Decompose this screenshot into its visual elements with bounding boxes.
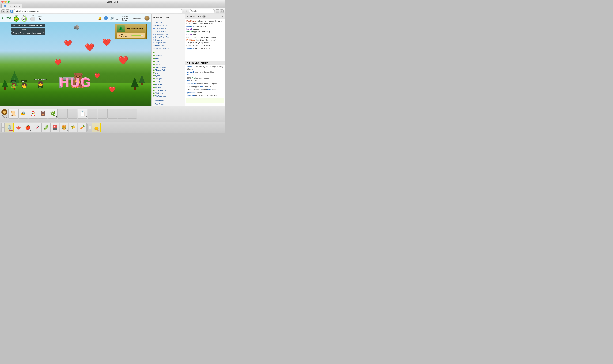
- inv-slot-9[interactable]: [98, 109, 107, 118]
- sidebar-item-seniortester[interactable]: ❊ Senior Testers: [152, 44, 185, 47]
- inv-slot2-3[interactable]: 🥢: [32, 123, 41, 132]
- sound-button[interactable]: 🔊: [110, 16, 114, 20]
- inv-slot2-5[interactable]: 🎴 7: [51, 123, 59, 132]
- reload-button[interactable]: ↻: [185, 10, 188, 13]
- sidebar-item-eric[interactable]: eric: [152, 71, 185, 74]
- tab-close-icon[interactable]: ✕: [18, 5, 20, 8]
- inv-slot2-8[interactable]: 🥕: [78, 123, 87, 132]
- sidebar: ★ ★ Global Chat ? Live Help ❊ 3rd-Party …: [152, 14, 185, 106]
- inv-slot-10[interactable]: [107, 109, 117, 118]
- sidebar-divider-3: [152, 98, 185, 98]
- address-input[interactable]: [14, 9, 182, 13]
- sidebar-item-katlazam[interactable]: katlazam: [152, 83, 185, 86]
- global-chat-collapse-icon[interactable]: ▼: [187, 15, 189, 18]
- remove-inventory-button[interactable]: ✕: [89, 126, 91, 129]
- game-viewport[interactable]: Glitch Mood 😊 Energy 138 XP —: [0, 14, 152, 106]
- sidebar-item-eggyscramble[interactable]: Eggy Scramble: [152, 66, 185, 69]
- forward-button[interactable]: ▶: [6, 9, 9, 13]
- sidebar-item-kidsojo[interactable]: kidsojo: [152, 86, 185, 89]
- bookmark-icon[interactable]: ☆: [182, 10, 184, 13]
- home-button[interactable]: ⌂: [216, 9, 219, 13]
- sidebar-item-3rdparty[interactable]: ❊ 3rd-Party Scrip...: [152, 24, 185, 27]
- help-button[interactable]: ?: [104, 16, 108, 20]
- inv-slot2-1[interactable]: 🫖: [14, 123, 23, 132]
- minimize-button[interactable]: [4, 1, 7, 3]
- online-dot: [153, 61, 155, 62]
- sidebar-item-martlume[interactable]: Mart Lume: [152, 91, 185, 94]
- xp-indicator: —: [30, 17, 35, 21]
- inv-slot-7[interactable]: 📋 7: [78, 109, 87, 118]
- add-inventory-button[interactable]: +: [1, 123, 5, 132]
- sidebar-item-glitchstrategy[interactable]: ❊ Glitch Strategy: [152, 30, 185, 33]
- hud-stats: Mood 😊 Energy 138 XP — Level: [14, 14, 42, 22]
- inv-slot-1[interactable]: 🐝: [18, 109, 28, 118]
- local-chat-input-area: [185, 98, 225, 104]
- extensions-button[interactable]: ⚙: [220, 9, 224, 13]
- active-tab[interactable]: G Game | Glitch ✕: [1, 4, 22, 8]
- sidebar-item-misadventure[interactable]: MisAdventure: [152, 94, 185, 97]
- sidebar-item-lordbacon[interactable]: Lord Bacon-o: [152, 89, 185, 91]
- heart-3: ❤️: [102, 38, 111, 46]
- heart-1: ❤️: [64, 40, 72, 47]
- inv-slot2-6[interactable]: 🍔 8: [60, 123, 68, 132]
- back-button[interactable]: ◀: [1, 9, 5, 13]
- inv-slot2-4[interactable]: 🫛 6: [41, 123, 50, 132]
- chat-msg-2: Laurali haha odn: [186, 28, 224, 30]
- inv-bag-slot[interactable]: 👝 0/10: [92, 123, 101, 132]
- chat-panel: ▼ Global Chat 34 ✕ Don Draper ive been e…: [185, 14, 225, 106]
- add-friends-button[interactable]: + Add Friends: [152, 99, 185, 102]
- inv-slot-2[interactable]: 🎅: [28, 109, 38, 118]
- inv-slot-12[interactable]: [127, 109, 137, 118]
- inv-slot-6[interactable]: [68, 109, 78, 118]
- inv-slot-5[interactable]: [58, 109, 67, 118]
- sidebar-item-livehelp[interactable]: ? Live Help: [152, 21, 185, 24]
- inv-slot-3[interactable]: 🐻: [38, 109, 48, 118]
- currents-count: 2,849: [2, 115, 7, 117]
- sidebar-item-glitchaddict[interactable]: ❊ GlitchAddict.com: [152, 33, 185, 36]
- sidebar-item-bibiri[interactable]: Bibiri: [152, 57, 185, 60]
- inv-slot2-2[interactable]: 🍎 6: [23, 123, 32, 132]
- inv-slot-4[interactable]: 🌿 5: [48, 109, 58, 118]
- energy-label: Energy: [22, 14, 26, 16]
- inv-slot-11[interactable]: [117, 109, 127, 118]
- heart-5: ❤️: [118, 56, 128, 65]
- sidebar-item-hburger[interactable]: Hburger: [152, 77, 185, 80]
- tab-favicon: G: [3, 5, 6, 7]
- search-input[interactable]: [189, 9, 215, 13]
- inv-slot2-7[interactable]: 🌾: [69, 123, 78, 132]
- sidebar-item-danny[interactable]: Danny: [152, 63, 185, 66]
- local-chat-input[interactable]: [186, 98, 224, 103]
- user-profile[interactable]: ▼ stoot barfiel...: [130, 16, 150, 21]
- get-rasher-button[interactable]: 🥓 Get a Rasher: [117, 33, 145, 38]
- sidebar-item-peoplesarmy[interactable]: ❊ People's Army f...: [152, 41, 185, 44]
- inv-slot-8[interactable]: [88, 109, 97, 118]
- title-bar: Game | Glitch: [0, 0, 225, 4]
- inv-slot2-0[interactable]: 🛡️ 14/16: [5, 123, 14, 132]
- sidebar-item-glitchspiritual[interactable]: ❊ Glitch Spiritua...: [152, 27, 185, 30]
- find-groups-button[interactable]: + Find Groups: [152, 102, 185, 106]
- chat-msg-4: Laurali don*: [186, 33, 224, 36]
- online-dot: [153, 55, 155, 56]
- global-chat-close-button[interactable]: ✕: [222, 15, 223, 18]
- inv-slot-0[interactable]: 📜: [8, 109, 18, 118]
- sidebar-item-annapeee[interactable]: annapeee: [152, 51, 185, 54]
- sidebar-item-clare[interactable]: clare: [152, 60, 185, 63]
- maximize-button[interactable]: [8, 1, 10, 3]
- sidebar-item-gyoza[interactable]: gyoza: [152, 74, 185, 77]
- chat-msg-7: Avery834 avery= vegetarian: [186, 42, 224, 44]
- sidebar-item-eleanorrigby[interactable]: Eleanor Rigby: [152, 69, 185, 71]
- sidebar-item-greeters[interactable]: ❊ Greeters: [152, 39, 185, 41]
- sidebar-item-jdawg[interactable]: jdawg: [152, 80, 185, 83]
- chat-msg-1: Saraphim gator is GOOD: [186, 25, 224, 27]
- local-chat-header[interactable]: ▼ Local Chat / Activity: [185, 61, 225, 65]
- sidebar-item-globalsocial[interactable]: ❊ Global/Social C...: [152, 36, 185, 39]
- notification-button[interactable]: 🔔: [98, 16, 102, 20]
- sidebar-item-stootfanclub[interactable]: ❊ the stoot fan club: [152, 47, 185, 50]
- star-icon: ★: [153, 16, 155, 19]
- sidebar-item-beefcake[interactable]: Beefcake: [152, 54, 185, 57]
- online-dot: [153, 52, 155, 53]
- global-chat-input[interactable]: [186, 56, 224, 60]
- new-tab-button[interactable]: +: [23, 4, 26, 8]
- close-button[interactable]: [1, 1, 3, 3]
- mood-label: Mood: [14, 15, 18, 16]
